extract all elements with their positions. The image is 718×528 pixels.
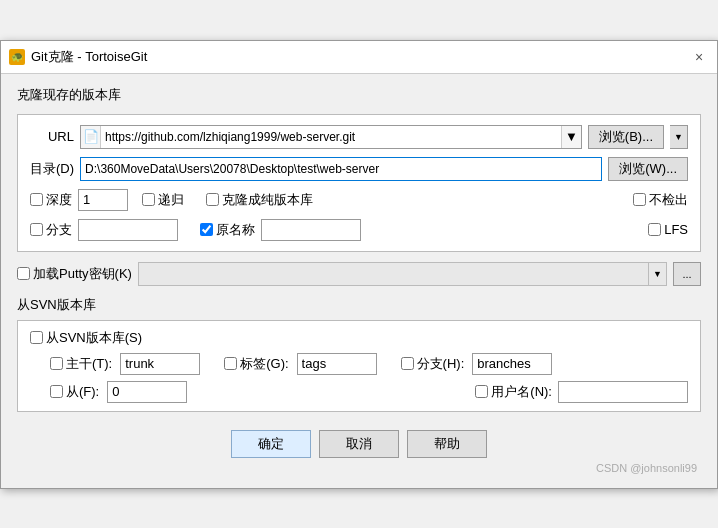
svn-checkbox-label[interactable]: 从SVN版本库(S): [30, 329, 142, 347]
title-bar: 🐢 Git克隆 - TortoiseGit ×: [1, 41, 717, 74]
depth-checkbox[interactable]: [30, 193, 43, 206]
origin-checkbox-label[interactable]: 原名称: [200, 221, 255, 239]
svn-branch-checkbox-label[interactable]: 分支(H):: [401, 355, 465, 373]
main-window: 🐢 Git克隆 - TortoiseGit × 克隆现存的版本库 URL 📄 ▼…: [0, 40, 718, 489]
tags-checkbox-label[interactable]: 标签(G):: [224, 355, 288, 373]
svn-section-title: 从SVN版本库: [17, 296, 701, 314]
depth-label: 深度: [46, 191, 72, 209]
no-check-checkbox[interactable]: [633, 193, 646, 206]
branches-input[interactable]: [472, 353, 552, 375]
no-check-label: 不检出: [649, 191, 688, 209]
dir-label: 目录(D): [30, 160, 74, 178]
clone-form-section: URL 📄 ▼ 浏览(B)... ▼ 目录(D) 浏览(W)... 深: [17, 114, 701, 252]
from-input[interactable]: [107, 381, 187, 403]
svn-label: 从SVN版本库(S): [46, 329, 142, 347]
username-label: 用户名(N):: [491, 383, 552, 401]
title-bar-left: 🐢 Git克隆 - TortoiseGit: [9, 48, 147, 66]
svn-branch-label: 分支(H):: [417, 355, 465, 373]
putty-label: 加载Putty密钥(K): [33, 265, 132, 283]
app-icon: 🐢: [9, 49, 25, 65]
from-label: 从(F):: [66, 383, 99, 401]
svn-checkbox-row: 从SVN版本库(S): [30, 329, 688, 347]
from-checkbox-label[interactable]: 从(F):: [50, 383, 99, 401]
options-row-1: 深度 递归 克隆成纯版本库 不检出: [30, 189, 688, 211]
origin-checkbox[interactable]: [200, 223, 213, 236]
content-area: 克隆现存的版本库 URL 📄 ▼ 浏览(B)... ▼ 目录(D) 浏览(W).…: [1, 74, 717, 488]
url-icon: 📄: [81, 126, 101, 148]
watermark: CSDN @johnsonli99: [17, 462, 701, 476]
lfs-label: LFS: [664, 222, 688, 237]
clone-bare-label: 克隆成纯版本库: [222, 191, 313, 209]
svn-checkbox[interactable]: [30, 331, 43, 344]
url-label: URL: [30, 129, 74, 144]
url-wrapper: 📄 ▼: [80, 125, 582, 149]
trunk-label: 主干(T):: [66, 355, 112, 373]
ok-button[interactable]: 确定: [231, 430, 311, 458]
lfs-checkbox[interactable]: [648, 223, 661, 236]
username-section: 用户名(N):: [475, 381, 688, 403]
putty-key-input[interactable]: [139, 263, 648, 285]
url-input[interactable]: [101, 126, 561, 148]
footer-row: 确定 取消 帮助: [17, 422, 701, 462]
username-checkbox[interactable]: [475, 385, 488, 398]
tags-checkbox[interactable]: [224, 357, 237, 370]
from-checkbox[interactable]: [50, 385, 63, 398]
dir-input[interactable]: [80, 157, 602, 181]
depth-input[interactable]: [78, 189, 128, 211]
origin-input[interactable]: [261, 219, 361, 241]
branch-input[interactable]: [78, 219, 178, 241]
branch-checkbox[interactable]: [30, 223, 43, 236]
lfs-checkbox-label[interactable]: LFS: [648, 222, 688, 237]
recursive-checkbox[interactable]: [142, 193, 155, 206]
url-browse-button[interactable]: 浏览(B)...: [588, 125, 664, 149]
tags-label: 标签(G):: [240, 355, 288, 373]
putty-combo: ▼: [138, 262, 667, 286]
cancel-button[interactable]: 取消: [319, 430, 399, 458]
svn-branch-checkbox[interactable]: [401, 357, 414, 370]
close-button[interactable]: ×: [689, 47, 709, 67]
origin-label: 原名称: [216, 221, 255, 239]
branch-checkbox-label[interactable]: 分支: [30, 221, 72, 239]
recursive-checkbox-label[interactable]: 递归: [142, 191, 184, 209]
url-dropdown-arrow[interactable]: ▼: [561, 126, 581, 148]
trunk-checkbox[interactable]: [50, 357, 63, 370]
clone-section-title: 克隆现存的版本库: [17, 86, 701, 104]
tags-input[interactable]: [297, 353, 377, 375]
dir-row: 目录(D) 浏览(W)...: [30, 157, 688, 181]
branch-label: 分支: [46, 221, 72, 239]
trunk-input[interactable]: [120, 353, 200, 375]
svn-section: 从SVN版本库(S) 主干(T): 标签(G): 分支(H):: [17, 320, 701, 412]
svn-trunk-row: 主干(T): 标签(G): 分支(H):: [30, 353, 688, 375]
depth-checkbox-label[interactable]: 深度: [30, 191, 72, 209]
url-row: URL 📄 ▼ 浏览(B)... ▼: [30, 125, 688, 149]
help-button[interactable]: 帮助: [407, 430, 487, 458]
trunk-checkbox-label[interactable]: 主干(T):: [50, 355, 112, 373]
username-input[interactable]: [558, 381, 688, 403]
clone-bare-checkbox-label[interactable]: 克隆成纯版本库: [206, 191, 313, 209]
putty-browse-button[interactable]: ...: [673, 262, 701, 286]
recursive-label: 递归: [158, 191, 184, 209]
putty-checkbox[interactable]: [17, 267, 30, 280]
putty-section: 加载Putty密钥(K) ▼ ...: [17, 262, 701, 286]
dir-browse-button[interactable]: 浏览(W)...: [608, 157, 688, 181]
svn-from-row: 从(F): 用户名(N):: [30, 381, 688, 403]
putty-checkbox-label[interactable]: 加载Putty密钥(K): [17, 265, 132, 283]
username-checkbox-label[interactable]: 用户名(N):: [475, 383, 552, 401]
window-title: Git克隆 - TortoiseGit: [31, 48, 147, 66]
url-browse-arrow[interactable]: ▼: [670, 125, 688, 149]
putty-combo-arrow[interactable]: ▼: [648, 263, 666, 285]
clone-bare-checkbox[interactable]: [206, 193, 219, 206]
no-check-checkbox-label[interactable]: 不检出: [633, 191, 688, 209]
options-row-2: 分支 原名称 LFS: [30, 219, 688, 241]
